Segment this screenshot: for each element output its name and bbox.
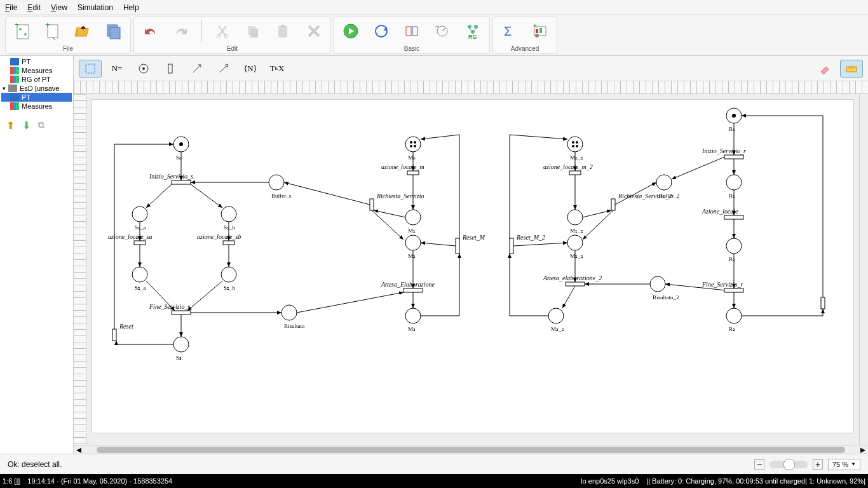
tex-tool[interactable]: TEX (266, 60, 288, 78)
sigma-button[interactable]: Σ (497, 18, 522, 44)
svg-rect-7 (110, 27, 120, 39)
scrollbar-vertical[interactable] (859, 94, 868, 445)
ruler-horizontal (74, 81, 868, 94)
svg-point-15 (376, 25, 387, 37)
svg-rect-89 (172, 180, 191, 184)
svg-point-85 (726, 238, 742, 254)
tree-item-0[interactable]: PT (1, 57, 72, 66)
svg-rect-111 (510, 238, 513, 254)
duplicate-button[interactable]: ⧉ (38, 119, 44, 132)
config-button[interactable]: + (527, 18, 553, 44)
canvas-area: N= ⟨N⟩ TEX S₀S₁_aS₁_bS₂_aS₂_bS₃Buffer_sR… (74, 56, 868, 454)
svg-text:R₀: R₀ (729, 126, 735, 132)
menu-file[interactable]: File (5, 3, 17, 12)
delete-button[interactable] (301, 18, 327, 44)
save-all-button[interactable] (101, 18, 126, 44)
net-icon (10, 93, 19, 101)
menu-help[interactable]: Help (123, 3, 139, 12)
svg-point-72 (567, 235, 583, 250)
clock: 19:14:14 - (Fri 01 May, 05.2020) - 15883… (27, 477, 172, 485)
svg-point-19 (468, 25, 471, 29)
redo-button[interactable] (168, 18, 194, 44)
workspace-indicator: 1:6 [|] (3, 477, 20, 485)
play-button[interactable] (338, 18, 363, 44)
menu-view[interactable]: View (51, 3, 67, 12)
svg-point-76 (656, 175, 672, 190)
meas-icon (10, 102, 19, 110)
new-net-button[interactable]: + (10, 18, 35, 44)
canvas-page[interactable]: S₀S₁_aS₁_bS₂_aS₂_bS₃Buffer_sRisultatoM₀M… (92, 99, 854, 433)
cut-button[interactable] (210, 18, 235, 44)
svg-point-33 (226, 64, 228, 67)
svg-point-31 (142, 67, 145, 70)
svg-point-83 (726, 175, 742, 190)
tree-item-5[interactable]: Measures (1, 102, 72, 111)
svg-text:R₁: R₁ (729, 193, 735, 199)
place-tool[interactable] (132, 60, 155, 78)
tree-item-3[interactable]: ▾EsD [unsave (1, 84, 72, 93)
nvar-tool[interactable]: N= (105, 60, 128, 78)
zoom-value[interactable]: 75 %▼ (828, 459, 860, 470)
svg-text:+: + (533, 23, 537, 29)
svg-rect-13 (281, 25, 285, 27)
tree-item-label: PT (22, 58, 31, 65)
menu-edit[interactable]: Edit (27, 3, 41, 12)
svg-point-44 (221, 267, 236, 282)
zoom-in-button[interactable]: + (813, 459, 823, 470)
svg-rect-107 (569, 171, 581, 175)
svg-rect-117 (724, 215, 743, 219)
undo-button[interactable] (138, 18, 163, 44)
bounds-button[interactable] (399, 18, 424, 44)
svg-point-64 (567, 137, 583, 152)
svg-text:Azione_locale: Azione_locale (702, 208, 738, 215)
svg-point-38 (132, 207, 147, 222)
svg-point-53 (410, 141, 412, 144)
canvas-scroll[interactable]: S₀S₁_aS₁_bS₂_aS₂_bS₃Buffer_sRisultatoM₀M… (86, 94, 859, 445)
paste-button[interactable] (271, 18, 296, 44)
zoom-slider[interactable] (770, 461, 808, 468)
svg-text:Reset: Reset (119, 323, 133, 330)
nangle-tool[interactable]: ⟨N⟩ (239, 60, 262, 78)
svg-text:Fine_Servizio_s: Fine_Servizio_s (149, 303, 191, 310)
svg-point-36 (179, 142, 183, 146)
svg-point-50 (281, 305, 297, 320)
rg-button[interactable]: RG (460, 18, 485, 44)
group-advanced-label: Advanced (511, 45, 539, 52)
svg-point-48 (269, 175, 284, 190)
divider (201, 20, 202, 43)
scrollbar-horizontal[interactable]: ◂▸ (74, 445, 868, 454)
svg-text:azione_locale_m: azione_locale_m (381, 163, 424, 170)
refresh-button[interactable] (369, 18, 394, 44)
select-tool[interactable] (79, 60, 102, 78)
inhibitor-tool[interactable] (212, 60, 235, 78)
status-message: Ok: deselect all. (8, 460, 747, 469)
svg-point-2 (24, 33, 27, 36)
svg-text:M₀: M₀ (408, 154, 416, 161)
copy-button[interactable] (240, 18, 266, 44)
open-button[interactable] (71, 18, 96, 44)
svg-point-78 (650, 276, 665, 292)
svg-rect-99 (407, 171, 419, 175)
eraser-tool[interactable] (813, 60, 836, 78)
svg-point-1 (19, 28, 22, 30)
svg-text:Attesa_Elaborazione: Attesa_Elaborazione (381, 281, 435, 288)
menu-simulation[interactable]: Simulation (78, 3, 113, 12)
arc-tool[interactable] (186, 60, 208, 78)
measure-button[interactable] (430, 18, 455, 44)
tree-item-4[interactable]: PT (1, 93, 72, 102)
move-up-button[interactable]: ⬆ (6, 119, 15, 132)
svg-rect-34 (846, 67, 857, 72)
net-icon (10, 58, 19, 65)
svg-text:Reset_M: Reset_M (462, 234, 485, 241)
new-page-button[interactable]: + (40, 18, 65, 44)
zoom-out-button[interactable]: − (754, 459, 764, 470)
svg-rect-113 (566, 282, 585, 286)
move-down-button[interactable]: ⬇ (22, 119, 31, 132)
tree-item-2[interactable]: RG of PT (1, 75, 72, 84)
tree-item-label: Measures (22, 102, 52, 110)
transition-tool[interactable] (159, 60, 182, 78)
svg-text:Inizio_Servizio_r: Inizio_Servizio_r (702, 147, 746, 154)
tree-item-1[interactable]: Measures (1, 66, 72, 75)
toolbar-main: + + File Edit RG Basic Σ (0, 15, 868, 56)
ruler-tool[interactable] (840, 60, 863, 78)
